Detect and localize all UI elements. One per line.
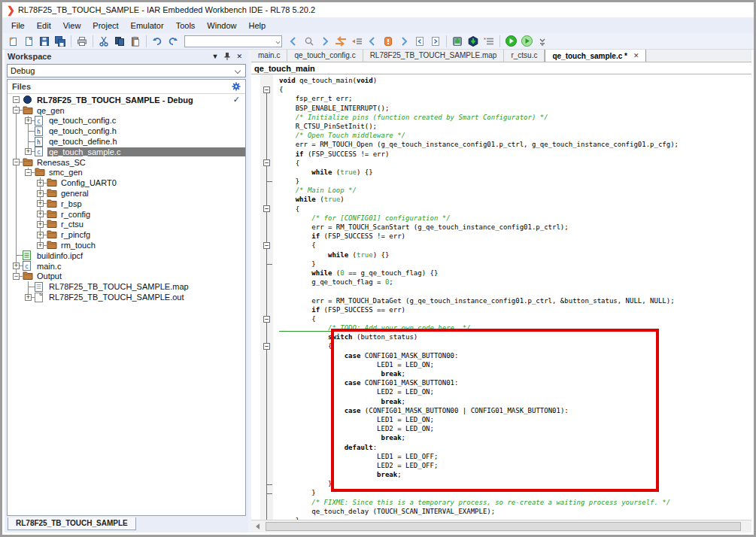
collapse-icon[interactable]: − bbox=[13, 273, 20, 280]
download-to-target-icon[interactable] bbox=[450, 35, 465, 48]
fold-margin[interactable]: −−−−−− bbox=[260, 74, 273, 520]
expand-icon[interactable]: + bbox=[37, 180, 44, 187]
prev-bookmark-icon[interactable] bbox=[365, 35, 380, 48]
next-bookmark-icon[interactable] bbox=[396, 35, 411, 48]
download-and-debug-icon[interactable] bbox=[466, 35, 481, 48]
editor-tab-qe-touch-config-c[interactable]: qe_touch_config.c bbox=[287, 50, 363, 62]
tree-item-main-c[interactable]: +cmain.c bbox=[8, 261, 245, 272]
editor-tab-r-ctsu-c[interactable]: r_ctsu.c bbox=[504, 50, 545, 62]
tree-item-output[interactable]: −Output bbox=[8, 272, 245, 282]
tree-item-rl78f25-tb-touch-sample-map[interactable]: RL78F25_TB_TOUCH_SAMPLE.map bbox=[8, 281, 245, 292]
menu-window[interactable]: Window bbox=[201, 20, 242, 32]
expand-icon[interactable]: + bbox=[37, 190, 44, 197]
open-document-icon[interactable] bbox=[21, 35, 36, 48]
tree-item-qe-touch-config-c[interactable]: +cqe_touch_config.c bbox=[8, 116, 245, 126]
fold-line bbox=[266, 90, 267, 520]
tab-close-icon[interactable]: ✕ bbox=[633, 52, 639, 59]
menu-help[interactable]: Help bbox=[242, 20, 272, 32]
tree-item-rl78f25-tb-touch-sample-debug[interactable]: −RL78F25_TB_TOUCH_SAMPLE - Debug✓ bbox=[8, 95, 245, 105]
fold-collapse-icon[interactable]: − bbox=[263, 316, 270, 323]
workspace-bottom-tab[interactable]: RL78F25_TB_TOUCH_SAMPLE bbox=[8, 517, 136, 530]
run-to-cursor-icon[interactable] bbox=[519, 35, 534, 48]
run-icon[interactable] bbox=[503, 35, 518, 48]
expand-icon[interactable]: + bbox=[13, 262, 20, 269]
collapse-icon[interactable]: − bbox=[13, 107, 20, 114]
doc-next-icon[interactable] bbox=[428, 35, 443, 48]
editor-tab-main-c[interactable]: main.c bbox=[251, 50, 287, 62]
toggle-bookmark-icon[interactable] bbox=[333, 35, 348, 48]
undo-icon[interactable] bbox=[150, 35, 165, 48]
scroll-left-button[interactable] bbox=[251, 520, 264, 532]
tree-item-qe-touch-config-h[interactable]: hqe_touch_config.h bbox=[8, 126, 245, 136]
configuration-selector[interactable]: Debug bbox=[7, 64, 246, 77]
tree-item-renesas-sc[interactable]: −Renesas_SC bbox=[8, 157, 245, 168]
close-icon[interactable]: ✕ bbox=[233, 53, 245, 60]
toolbar-overflow-icon[interactable] bbox=[535, 35, 550, 48]
function-bar[interactable]: qe_touch_main bbox=[251, 62, 751, 74]
fold-collapse-icon[interactable]: − bbox=[263, 205, 270, 212]
quick-search-input[interactable] bbox=[184, 35, 282, 47]
menu-file[interactable]: File bbox=[5, 20, 31, 32]
expand-icon[interactable]: + bbox=[25, 117, 32, 124]
expand-icon[interactable]: + bbox=[25, 148, 32, 155]
call-stack-icon[interactable] bbox=[481, 35, 496, 48]
collapse-icon[interactable]: − bbox=[13, 96, 20, 103]
tree-guide bbox=[11, 188, 23, 199]
tree-item-r-config[interactable]: +r_config bbox=[8, 209, 245, 220]
menu-emulator[interactable]: Emulator bbox=[125, 20, 170, 32]
breakpoint-toggle-icon[interactable] bbox=[381, 35, 396, 48]
save-icon[interactable] bbox=[37, 35, 52, 48]
tree-item-r-ctsu[interactable]: +r_ctsu bbox=[8, 220, 245, 230]
doc-prev-icon[interactable] bbox=[412, 35, 427, 48]
tree-item-rl78f25-tb-touch-sample-out[interactable]: +RL78F25_TB_TOUCH_SAMPLE.out bbox=[8, 292, 245, 302]
find-icon[interactable] bbox=[302, 35, 317, 48]
horizontal-scrollbar[interactable] bbox=[251, 520, 751, 532]
pin-icon[interactable] bbox=[221, 53, 233, 60]
redo-icon[interactable] bbox=[165, 35, 181, 48]
tree-item-qe-gen[interactable]: −qe_gen bbox=[8, 105, 245, 116]
cut-icon[interactable] bbox=[96, 35, 111, 48]
tree-item-smc-gen[interactable]: −smc_gen bbox=[8, 168, 245, 178]
code-editor[interactable]: −−−−−− void qe_touch_main(void){ fsp_err… bbox=[251, 74, 751, 520]
expand-icon[interactable]: + bbox=[37, 232, 44, 238]
editor-tab-rl78f25-tb-touch-sample-map[interactable]: RL78F25_TB_TOUCH_SAMPLE.map bbox=[363, 50, 505, 62]
menu-tools[interactable]: Tools bbox=[170, 20, 202, 32]
expand-icon[interactable]: + bbox=[37, 211, 44, 217]
tree-item-r-bsp[interactable]: +r_bsp bbox=[8, 199, 245, 209]
fold-collapse-icon[interactable]: − bbox=[263, 159, 270, 166]
print-icon[interactable] bbox=[74, 35, 90, 48]
collapse-icon[interactable]: − bbox=[25, 169, 32, 176]
expand-icon[interactable]: + bbox=[37, 242, 44, 249]
bookmark-list-icon[interactable] bbox=[349, 35, 364, 48]
tree-item-label: main.c bbox=[35, 262, 62, 271]
new-document-icon[interactable] bbox=[5, 35, 20, 48]
tree-item-qe-touch-define-h[interactable]: hqe_touch_define.h bbox=[8, 136, 245, 147]
gear-icon[interactable] bbox=[232, 82, 241, 91]
tree-branch: + bbox=[23, 292, 35, 302]
dropdown-icon[interactable]: ▼ bbox=[209, 53, 222, 60]
expand-icon[interactable]: + bbox=[37, 200, 44, 207]
expand-icon[interactable]: + bbox=[37, 221, 44, 228]
editor-tab-qe-touch-sample-c-[interactable]: qe_touch_sample.c *✕ bbox=[545, 50, 646, 62]
scrollbar-thumb[interactable] bbox=[266, 522, 741, 531]
tree-item-general[interactable]: +general bbox=[8, 188, 245, 199]
code-line: switch (button_status) bbox=[279, 332, 751, 341]
menu-project[interactable]: Project bbox=[87, 20, 124, 32]
tree-item-r-pincfg[interactable]: +r_pincfg bbox=[8, 229, 245, 240]
copy-icon[interactable] bbox=[112, 35, 127, 48]
menu-edit[interactable]: Edit bbox=[31, 20, 57, 32]
tree-item-qe-touch-sample-c[interactable]: +cqe_touch_sample.c bbox=[8, 147, 245, 157]
fold-collapse-icon[interactable]: − bbox=[263, 86, 270, 93]
fold-collapse-icon[interactable]: − bbox=[263, 242, 270, 249]
nav-forward-icon[interactable] bbox=[317, 35, 332, 48]
nav-back-icon[interactable] bbox=[286, 35, 301, 48]
paste-icon[interactable] bbox=[128, 35, 143, 48]
fold-collapse-icon[interactable]: − bbox=[263, 343, 270, 350]
tree-item-rm-touch[interactable]: +rm_touch bbox=[8, 240, 245, 250]
tree-item-buildinfo-ipcf[interactable]: buildinfo.ipcf bbox=[8, 250, 245, 261]
save-all-icon[interactable] bbox=[53, 35, 68, 48]
tree-item-config-uart0[interactable]: +Config_UART0 bbox=[8, 177, 245, 188]
collapse-icon[interactable]: − bbox=[13, 159, 20, 165]
expand-icon[interactable]: + bbox=[25, 294, 32, 301]
menu-view[interactable]: View bbox=[57, 20, 87, 32]
